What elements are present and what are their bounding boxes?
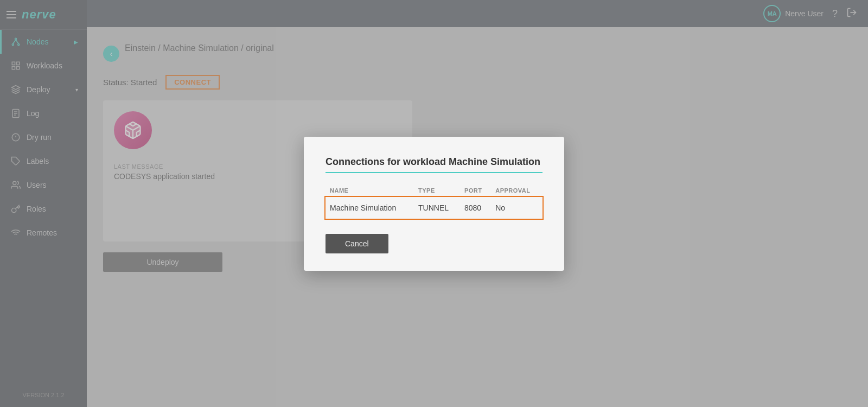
col-approval: APPROVAL	[491, 184, 542, 197]
row-port: 8080	[460, 197, 491, 219]
modal-title: Connections for workload Machine Simulat…	[326, 156, 542, 173]
cancel-button[interactable]: Cancel	[326, 234, 388, 253]
col-name: NAME	[326, 184, 414, 197]
row-approval: No	[491, 197, 542, 219]
connections-table: NAME TYPE PORT APPROVAL Machine Simulati…	[326, 184, 542, 219]
row-name: Machine Simulation	[326, 197, 414, 219]
col-type: TYPE	[414, 184, 460, 197]
row-type: TUNNEL	[414, 197, 460, 219]
table-row[interactable]: Machine Simulation TUNNEL 8080 No	[326, 197, 542, 219]
modal-overlay: Connections for workload Machine Simulat…	[0, 0, 868, 407]
col-port: PORT	[460, 184, 491, 197]
connections-modal: Connections for workload Machine Simulat…	[304, 137, 564, 271]
